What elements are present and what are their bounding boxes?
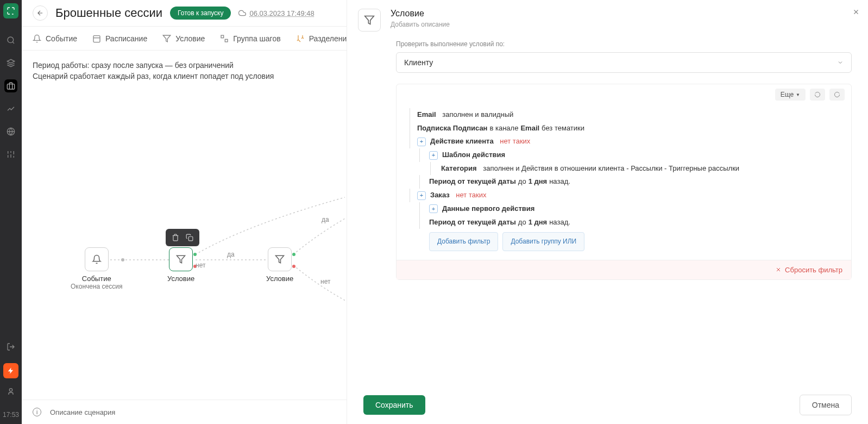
tree-row[interactable]: +Заказ нет таких — [410, 189, 840, 202]
tree-row[interactable]: Период от текущей даты до 1 дня назад. — [410, 216, 840, 229]
edge-label-no: нет — [196, 261, 205, 269]
status-badge: Готов к запуску — [170, 7, 231, 20]
briefcase-icon[interactable] — [4, 79, 17, 92]
node-sublabel: Окончена сессия — [71, 283, 122, 290]
tab-condition[interactable]: Условие — [162, 27, 205, 50]
logo[interactable] — [3, 3, 18, 18]
tree-row[interactable]: Email заполнен и валидный — [410, 108, 840, 122]
funnel-icon — [358, 9, 381, 32]
reset-filter-button[interactable]: Сбросить фильтр — [775, 266, 842, 274]
edge-label-no: нет — [320, 278, 330, 285]
funnel-icon — [162, 34, 171, 43]
canvas-info: Период работы: сразу после запуска — без… — [33, 60, 274, 82]
search-icon[interactable] — [4, 34, 17, 47]
svg-rect-1 — [7, 84, 14, 89]
expand-icon[interactable]: + — [429, 204, 438, 213]
info-icon: i — [33, 408, 41, 416]
filter-tree: Email заполнен и валидный Подписка Подпи… — [397, 105, 851, 260]
funnel-icon — [275, 254, 285, 264]
globe-icon[interactable] — [4, 125, 17, 138]
check-label: Проверить выполнение условий по: — [396, 40, 852, 48]
svg-point-9 — [9, 389, 12, 391]
tree-row[interactable]: +Данные первого действия — [410, 202, 840, 216]
svg-rect-12 — [221, 35, 224, 38]
tree-row[interactable]: Категория заполнен и Действия в отношени… — [410, 162, 840, 176]
panel-body: Проверить выполнение условий по: Клиенту… — [347, 40, 868, 386]
main: Брошенные сессии Готов к запуску 06.03.2… — [22, 0, 868, 424]
expand-icon[interactable]: + — [417, 191, 426, 200]
tab-group[interactable]: Группа шагов — [220, 27, 280, 50]
client-select[interactable]: Клиенту — [396, 52, 852, 73]
split-icon — [296, 34, 305, 43]
tab-label: Условие — [175, 34, 205, 43]
funnel-icon — [176, 254, 186, 264]
node-label: Условие — [266, 275, 293, 283]
edge-label-yes: да — [227, 251, 235, 258]
tab-label: Разделение — [309, 34, 351, 43]
tab-event[interactable]: Событие — [33, 27, 77, 50]
back-button[interactable] — [33, 5, 48, 21]
node-label: Событие — [82, 275, 111, 283]
footer-desc[interactable]: Описание сценария — [50, 408, 115, 416]
save-button[interactable]: Сохранить — [363, 395, 425, 415]
redo-button[interactable] — [829, 89, 845, 101]
panel-title: Условие — [391, 9, 450, 18]
svg-point-0 — [8, 37, 14, 43]
steps-icon — [220, 34, 229, 43]
expand-icon[interactable]: + — [429, 151, 438, 160]
select-value: Клиенту — [404, 58, 433, 67]
panel-footer: Сохранить Отмена — [347, 386, 868, 424]
calendar-icon — [92, 34, 101, 43]
more-button[interactable]: Еще ▼ — [775, 89, 806, 101]
filter-toolbar: Еще ▼ — [397, 84, 851, 105]
node-condition-2[interactable]: Условие — [266, 247, 293, 283]
tab-label: Расписание — [105, 34, 147, 43]
tab-schedule[interactable]: Расписание — [92, 27, 147, 50]
cloud-icon — [238, 9, 246, 17]
timestamp-text: 06.03.2023 17:49:48 — [249, 9, 314, 17]
user-icon[interactable] — [4, 385, 17, 398]
add-filter-button[interactable]: Добавить фильтр — [429, 232, 498, 251]
filter-box: Еще ▼ Email заполнен и валидный Подписка… — [396, 84, 852, 280]
page-title: Брошенные сессии — [55, 6, 162, 20]
node-label: Условие — [167, 275, 194, 283]
bolt-icon[interactable] — [3, 363, 18, 378]
bell-icon — [92, 254, 102, 264]
delete-button[interactable] — [170, 232, 181, 243]
add-description[interactable]: Добавить описание — [391, 21, 450, 28]
close-icon — [775, 266, 782, 273]
copy-button[interactable] — [184, 232, 195, 243]
svg-rect-10 — [93, 35, 100, 42]
node-toolbar — [166, 229, 199, 246]
edge-label-yes: да — [322, 216, 329, 223]
tab-label: Событие — [46, 34, 77, 43]
tree-row[interactable]: Период от текущей даты до 1 дня назад. — [410, 175, 840, 189]
node-event[interactable]: Событие Окончена сессия — [71, 247, 122, 290]
tab-label: Группа шагов — [233, 34, 280, 43]
panel-header: Условие Добавить описание — [347, 0, 868, 40]
sidebar: 17:53 — [0, 0, 22, 424]
chart-icon[interactable] — [4, 102, 17, 115]
add-or-group-button[interactable]: Добавить группу ИЛИ — [502, 232, 584, 251]
cancel-button[interactable]: Отмена — [800, 395, 852, 415]
side-panel: Условие Добавить описание Проверить выпо… — [347, 0, 868, 424]
sidebar-time: 17:53 — [3, 411, 19, 419]
logout-icon[interactable] — [4, 340, 17, 353]
close-button[interactable] — [851, 7, 861, 17]
svg-rect-14 — [188, 236, 193, 241]
tree-row[interactable]: +Шаблон действия — [410, 148, 840, 162]
layers-icon[interactable] — [4, 57, 17, 70]
node-condition-1[interactable]: Условие — [167, 247, 194, 283]
tab-split[interactable]: Разделение — [296, 27, 351, 50]
tree-row[interactable]: +Действие клиента нет таких — [410, 135, 840, 148]
chevron-down-icon — [837, 59, 844, 66]
tree-row[interactable]: Подписка Подписан в канале Email без тем… — [410, 122, 840, 135]
timestamp[interactable]: 06.03.2023 17:49:48 — [238, 9, 314, 17]
bell-icon — [33, 34, 41, 43]
undo-button[interactable] — [810, 89, 825, 101]
reset-filter-bar: Сбросить фильтр — [397, 260, 851, 279]
svg-rect-13 — [225, 39, 228, 42]
expand-icon[interactable]: + — [417, 138, 426, 146]
sliders-icon[interactable] — [4, 148, 17, 161]
